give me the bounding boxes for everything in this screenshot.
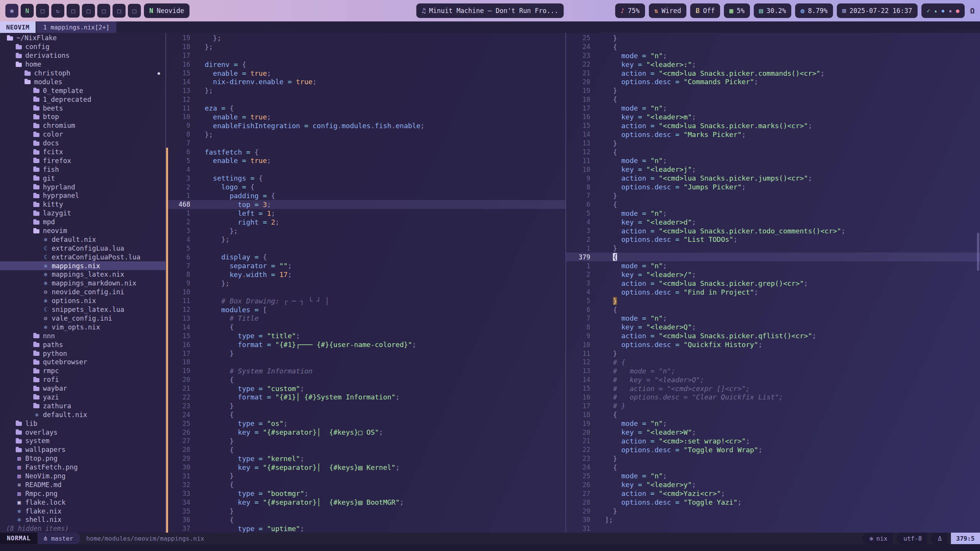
tree-item-fastfetch.png[interactable]: ▧FastFetch.png [0,463,165,472]
code-line[interactable]: 15 type = "title"; [166,331,565,340]
tree-item-btop[interactable]: btop [0,112,165,121]
tree-item-rmpc.png[interactable]: ▧Rmpc.png [0,489,165,498]
tree-item-mappings_latex.nix[interactable]: ✻mappings_latex.nix [0,270,165,279]
tree-item-btop.png[interactable]: ▧Btop.png [0,454,165,463]
code-line[interactable]: 11 # Box Drawing: ┌ ─ ┐ └ ┘ │ [166,297,565,305]
code-line[interactable]: 4 }; [166,235,565,244]
code-line[interactable]: 7 [166,139,565,148]
tree-item-1_deprecated[interactable]: 1_deprecated [0,95,165,104]
code-line[interactable]: 27 action = "<cmd>Yazi<cr>"; [566,489,980,498]
memory-module[interactable]: ▤30.2% [754,3,791,18]
code-line[interactable]: 2 logo = { [166,183,565,191]
tree-item-hyprland[interactable]: hyprland [0,183,165,191]
code-line[interactable]: 4 options.desc = "Find in Project"; [566,288,980,297]
code-line[interactable]: 8 }; [166,130,565,139]
tree-item-readme.md[interactable]: ≡README.md [0,480,165,489]
code-line[interactable]: 10 options.desc = "Quickfix History"; [566,340,980,349]
code-line[interactable]: 32 { [166,480,565,489]
tree-item-lazygit[interactable]: lazygit [0,209,165,218]
code-line[interactable]: 15 action = "<cmd>lua Snacks.picker.mark… [566,121,980,130]
code-line[interactable]: 1 } [566,244,980,253]
code-line[interactable]: 13 # mode = "n"; [566,367,980,375]
disk-module[interactable]: ◍8.79% [795,3,833,18]
code-line[interactable]: 23 } [566,454,980,463]
code-line[interactable]: 22 format = "{#1}│ {#}System Information… [166,393,565,402]
code-line[interactable]: 12 [166,95,565,104]
tree-item-nixflake[interactable]: ~/NixFlake [0,34,165,42]
code-line[interactable]: 7 mode = "n"; [566,314,980,323]
tree-item-flake.nix[interactable]: ✻flake.nix [0,507,165,515]
code-line[interactable]: 21 type = "custom"; [166,384,565,393]
code-line[interactable]: 19 } [566,86,980,95]
volume-module[interactable]: ♪75% [615,3,645,18]
code-line[interactable]: 31 [566,524,980,533]
code-line[interactable]: 6 display = { [166,253,565,261]
code-line[interactable]: 20 options.desc = "Commands Picker"; [566,77,980,86]
code-line[interactable]: 17 mode = "n"; [566,104,980,112]
code-line[interactable]: 18 }; [166,42,565,51]
tree-item-default.nix[interactable]: ✻default.nix [0,235,165,244]
code-line[interactable]: 14 # key = "<leader>Q"; [566,375,980,384]
code-line[interactable]: 15 # action = "<cmd>cexpr []<cr>"; [566,384,980,393]
code-line[interactable]: 31 } [166,472,565,481]
tree-item-home[interactable]: home [0,60,165,69]
code-line[interactable]: 10 enable = true; [166,112,565,121]
code-line[interactable]: 24 { [566,42,980,51]
tree-item-chromium[interactable]: chromium [0,121,165,130]
code-line[interactable]: 5 enable = true; [166,156,565,165]
code-line[interactable]: 28 { [166,445,565,454]
code-line[interactable]: 5 mode = "n"; [566,209,980,218]
code-line[interactable]: 19 # System Information [166,367,565,375]
tree-item-snippets_latex.lua[interactable]: ☾snippets_latex.lua [0,305,165,314]
tree-item-modules[interactable]: modules [0,77,165,86]
code-line[interactable]: 11 mode = "n"; [566,156,980,165]
code-line[interactable]: 9 action = "<cmd>lua Snacks.picker.qflis… [566,331,980,340]
tree-item-rofi[interactable]: rofi [0,375,165,384]
tree-item-extraconfigluapost.lua[interactable]: ☾extraConfigLuaPost.lua [0,253,165,261]
workspace-button[interactable]: □ [82,4,95,18]
tree-item-nnn[interactable]: nnn [0,331,165,340]
code-line[interactable]: 9 enableFishIntegration = config.modules… [166,121,565,130]
code-line[interactable]: 21 action = "<cmd>lua Snacks.picker.comm… [566,69,980,78]
code-line[interactable]: 27 } [166,437,565,445]
tray-teal-icon[interactable]: ▴ [934,7,938,14]
workspace-button[interactable]: □ [97,4,110,18]
code-line[interactable]: 379 { [566,253,980,261]
code-line[interactable]: 18 [166,358,565,367]
code-line[interactable]: 5 } [566,297,980,305]
tree-item-kitty[interactable]: kitty [0,200,165,209]
scrollbar-thumb[interactable] [977,233,979,271]
code-line[interactable]: 20 key = "<leader>W"; [566,428,980,437]
code-line[interactable]: 9 }; [166,279,565,288]
code-line[interactable]: 10 key = "<leader>j"; [566,165,980,174]
code-line[interactable]: 8 key.width = 17; [166,270,565,279]
git-branch[interactable]: ⋔ master [38,533,80,544]
code-line[interactable]: 30 ]; [566,515,980,524]
code-line[interactable]: 19 }; [166,34,565,42]
workspace-button[interactable]: □ [113,4,126,18]
code-line[interactable]: 6 fastfetch = { [166,148,565,156]
tree-item-color[interactable]: color [0,130,165,139]
code-line[interactable]: 16 format = "{#1}┌─── {#}{user-name-colo… [166,340,565,349]
tree-item-0_template[interactable]: 0_template [0,86,165,95]
code-line[interactable]: 2 options.desc = "List TODOs"; [566,235,980,244]
tree-item-python[interactable]: python [0,349,165,358]
tree-item-paths[interactable]: paths [0,340,165,349]
code-line[interactable]: 1 padding = { [166,191,565,200]
tree-item-rmpc[interactable]: rmpc [0,367,165,375]
code-line[interactable]: 3 action = "<cmd>lua Snacks.picker.todo_… [566,227,980,235]
code-line[interactable]: 4 key = "<leader>d"; [566,218,980,227]
code-line[interactable]: 30 key = "{#separator}│ {#keys}▤ Kernel"… [166,463,565,472]
code-line[interactable]: 2 right = 2; [166,218,565,227]
code-line[interactable]: 34 key = "{#separator}│ {#keys}▤ BootMGR… [166,498,565,507]
tree-item-qutebrowser[interactable]: qutebrowser [0,358,165,367]
code-line[interactable]: 5 [166,244,565,253]
code-line[interactable]: 12 # { [566,358,980,367]
code-line[interactable]: 6 { [566,200,980,209]
code-line[interactable]: 7 } [566,191,980,200]
code-line[interactable]: 3 settings = { [166,174,565,183]
tray-pink-icon[interactable]: ● [956,7,959,14]
tray-check-icon[interactable]: ✓ [927,7,930,14]
workspace-button[interactable]: □ [67,4,80,18]
workspace-button[interactable]: □ [128,4,141,18]
